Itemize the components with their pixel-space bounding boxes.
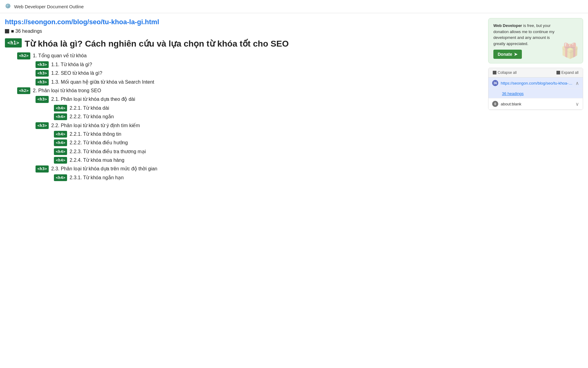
- gift-icon: 🎁: [561, 42, 579, 59]
- outline-item-4: <h2>2. Phân loại từ khóa trong SEO: [5, 87, 482, 94]
- donate-label: Donate: [498, 52, 512, 57]
- heading-count-row: ■ 36 headings: [5, 28, 482, 34]
- tab-badge-2: 0: [492, 101, 498, 107]
- collapse-square-icon: [5, 29, 9, 33]
- heading-tag-1: <h3>: [36, 61, 49, 68]
- app-header: ⚙️ Web Developer Document Outline: [0, 0, 588, 13]
- heading-tag-6: <h4>: [54, 105, 67, 112]
- heading-text-14: 2.3.1. Từ khóa ngắn hạn: [70, 174, 123, 181]
- headings-link[interactable]: 36 headings: [502, 91, 524, 96]
- tab-badge-1: 36: [492, 80, 498, 86]
- tab-row-2[interactable]: 0 about:blank ∨: [488, 98, 583, 110]
- tab-subrow-1: 36 headings: [488, 89, 583, 98]
- heading-text-1: 1.1. Từ khóa là gì?: [51, 61, 92, 68]
- heading-text-10: 2.2.2. Từ khóa điều hướng: [70, 139, 128, 146]
- heading-tag-14: <h4>: [54, 174, 67, 181]
- heading-count: ■ 36 headings: [11, 28, 42, 34]
- heading-text-3: 1.3. Mối quan hệ giữa từ khóa và Search …: [51, 79, 154, 85]
- page-url[interactable]: https://seongon.com/blog/seo/tu-khoa-la-…: [5, 18, 482, 26]
- outline-item-8: <h3>2.2. Phân loại từ khóa từ ý định tìm…: [5, 122, 482, 129]
- outline-item-9: <h4>2.2.1. Từ khóa thông tin: [5, 131, 482, 138]
- app-title: Web Developer Document Outline: [14, 4, 84, 9]
- collapse-icon: [493, 71, 496, 74]
- outline-item-5: <h3>2.1. Phân loại từ khóa dựa theo độ d…: [5, 96, 482, 103]
- outline-list: <h2>1. Tổng quan về từ khóa<h3>1.1. Từ k…: [5, 52, 482, 181]
- heading-tag-2: <h3>: [36, 70, 49, 77]
- heading-tag-7: <h4>: [54, 113, 67, 120]
- heading-tag-3: <h3>: [36, 79, 49, 85]
- outline-item-6: <h4>2.2.1. Từ khóa dài: [5, 105, 482, 112]
- heading-text-0: 1. Tổng quan về từ khóa: [33, 52, 87, 59]
- outline-item-2: <h3>1.2. SEO từ khóa là gì?: [5, 70, 482, 77]
- outline-item-14: <h4>2.3.1. Từ khóa ngắn hạn: [5, 174, 482, 181]
- tab-row-1[interactable]: 36 https://seongon.com/blog/seo/tu-khoa-…: [488, 78, 583, 89]
- donation-card: Web Developer is free, but your donation…: [488, 18, 583, 63]
- tabs-toolbar: Collapse all Expand all: [488, 68, 583, 78]
- heading-tag-5: <h3>: [36, 96, 49, 103]
- expand-icon: [556, 71, 560, 74]
- tab-chevron-1: ∧: [575, 80, 579, 86]
- heading-tag-10: <h4>: [54, 139, 67, 146]
- heading-tag-13: <h3>: [36, 165, 49, 172]
- outline-item-0: <h2>1. Tổng quan về từ khóa: [5, 52, 482, 59]
- heading-tag-8: <h3>: [36, 122, 49, 129]
- collapse-all-label: Collapse all: [498, 70, 517, 75]
- heading-tag-4: <h2>: [17, 87, 30, 94]
- h1-tag: <h1>: [5, 38, 22, 47]
- collapse-all-button[interactable]: Collapse all: [492, 70, 518, 75]
- heading-tag-12: <h4>: [54, 157, 67, 164]
- app-icon: ⚙️: [5, 3, 12, 10]
- heading-text-13: 2.3. Phân loại từ khóa dựa trên mức độ t…: [51, 165, 157, 172]
- heading-tag-11: <h4>: [54, 148, 67, 155]
- outline-item-13: <h3>2.3. Phân loại từ khóa dựa trên mức …: [5, 165, 482, 172]
- expand-all-label: Expand all: [561, 70, 579, 75]
- main-layout: https://seongon.com/blog/seo/tu-khoa-la-…: [0, 13, 588, 188]
- h1-item: <h1> Từ khóa là gì? Cách nghiên cứu và l…: [5, 38, 482, 49]
- outline-section: https://seongon.com/blog/seo/tu-khoa-la-…: [5, 18, 482, 183]
- tab-chevron-2: ∨: [575, 101, 579, 107]
- heading-text-7: 2.2.2. Từ khóa ngắn: [70, 113, 114, 120]
- tabs-panel: Collapse all Expand all 36 https://seong…: [488, 68, 583, 110]
- tab-url-2: about:blank: [501, 102, 573, 106]
- expand-all-button[interactable]: Expand all: [555, 70, 580, 75]
- heading-text-6: 2.2.1. Từ khóa dài: [70, 105, 109, 112]
- heading-text-12: 2.2.4. Từ khóa mua hàng: [70, 157, 124, 164]
- tab-url-1: https://seongon.com/blog/seo/tu-khoa-la-…: [501, 81, 573, 85]
- h1-text: Từ khóa là gì? Cách nghiên cứu và lựa ch…: [25, 38, 289, 49]
- sidebar: Web Developer is free, but your donation…: [488, 18, 583, 110]
- heading-text-5: 2.1. Phân loại từ khóa dựa theo độ dài: [51, 96, 135, 103]
- donation-text: Web Developer is free, but your donation…: [493, 23, 555, 47]
- donation-brand: Web Developer: [493, 23, 522, 28]
- heading-text-11: 2.2.3. Từ khóa điều tra thương mại: [70, 148, 146, 155]
- outline-item-12: <h4>2.2.4. Từ khóa mua hàng: [5, 157, 482, 164]
- outline-item-11: <h4>2.2.3. Từ khóa điều tra thương mại: [5, 148, 482, 155]
- heading-text-9: 2.2.1. Từ khóa thông tin: [70, 131, 121, 138]
- donate-button[interactable]: Donate ➤: [493, 50, 522, 59]
- heading-tag-0: <h2>: [17, 52, 30, 59]
- outline-item-10: <h4>2.2.2. Từ khóa điều hướng: [5, 139, 482, 146]
- heading-text-2: 1.2. SEO từ khóa là gì?: [51, 70, 102, 77]
- heading-text-8: 2.2. Phân loại từ khóa từ ý định tìm kiế…: [51, 122, 140, 129]
- outline-item-7: <h4>2.2.2. Từ khóa ngắn: [5, 113, 482, 120]
- heading-tag-9: <h4>: [54, 131, 67, 138]
- heading-text-4: 2. Phân loại từ khóa trong SEO: [33, 87, 101, 94]
- donate-arrow-icon: ➤: [514, 52, 518, 57]
- outline-item-3: <h3>1.3. Mối quan hệ giữa từ khóa và Sea…: [5, 79, 482, 85]
- outline-item-1: <h3>1.1. Từ khóa là gì?: [5, 61, 482, 68]
